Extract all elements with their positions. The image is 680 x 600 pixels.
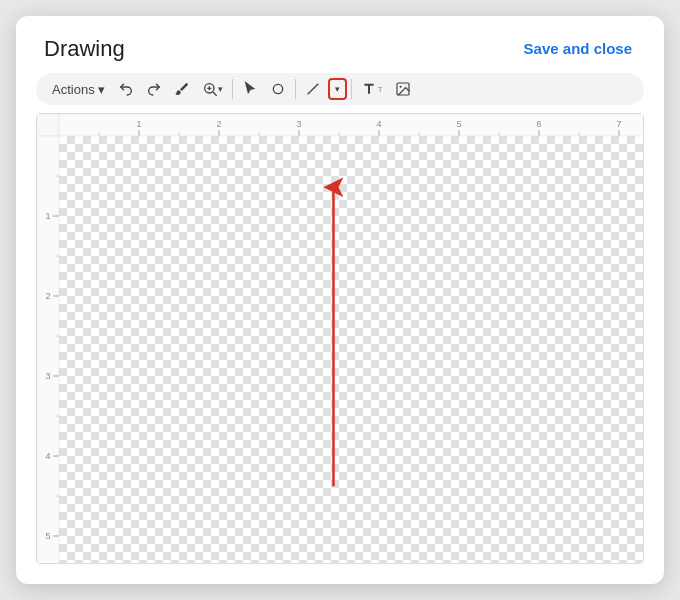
svg-point-4 bbox=[273, 84, 282, 93]
ruler-top-svg: /* rendered via JS below */ bbox=[37, 114, 643, 135]
zoom-button[interactable]: ▾ bbox=[197, 77, 228, 101]
svg-line-1 bbox=[213, 92, 217, 96]
text-button[interactable]: T bbox=[356, 77, 388, 101]
drawing-dialog: Drawing Save and close Actions ▾ ▾ bbox=[16, 16, 664, 584]
zoom-chevron-icon: ▾ bbox=[218, 84, 223, 94]
ruler-top: /* rendered via JS below */ bbox=[37, 114, 643, 136]
save-close-button[interactable]: Save and close bbox=[520, 34, 636, 63]
text-sub-icon: T bbox=[378, 85, 383, 94]
more-lines-chevron-icon: ▾ bbox=[335, 84, 340, 94]
dialog-title: Drawing bbox=[44, 36, 125, 62]
ruler-left bbox=[37, 136, 59, 563]
canvas-content[interactable] bbox=[59, 136, 643, 563]
canvas-area[interactable]: /* rendered via JS below */ bbox=[36, 113, 644, 564]
redo-button[interactable] bbox=[141, 77, 167, 101]
toolbar-divider-3 bbox=[351, 79, 352, 99]
polyline-button[interactable] bbox=[265, 77, 291, 101]
actions-button[interactable]: Actions ▾ bbox=[46, 78, 111, 101]
more-lines-button[interactable]: ▾ bbox=[328, 78, 347, 100]
undo-button[interactable] bbox=[113, 77, 139, 101]
select-button[interactable] bbox=[237, 77, 263, 101]
toolbar-divider-1 bbox=[232, 79, 233, 99]
actions-label: Actions bbox=[52, 82, 95, 97]
paint-format-button[interactable] bbox=[169, 77, 195, 101]
image-button[interactable] bbox=[390, 77, 416, 101]
svg-line-5 bbox=[307, 84, 318, 95]
svg-point-7 bbox=[399, 86, 401, 88]
line-button[interactable] bbox=[300, 77, 326, 101]
toolbar-divider-2 bbox=[295, 79, 296, 99]
dialog-header: Drawing Save and close bbox=[16, 16, 664, 73]
toolbar: Actions ▾ ▾ ▾ bbox=[36, 73, 644, 105]
actions-chevron-icon: ▾ bbox=[98, 82, 105, 97]
